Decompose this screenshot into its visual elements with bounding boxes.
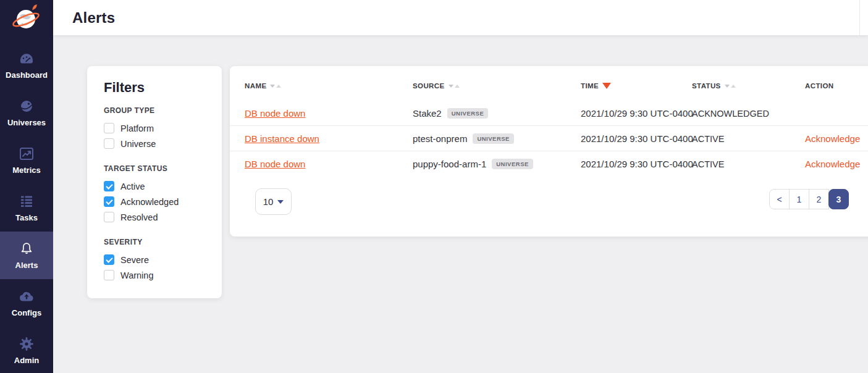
sidebar-item-configs[interactable]: Configs: [0, 279, 53, 327]
checkbox-label: Warning: [120, 270, 153, 280]
page-size-dropdown[interactable]: 10: [255, 188, 292, 215]
sort-icons[interactable]: [270, 85, 281, 88]
sidebar-item-alerts[interactable]: Alerts: [0, 232, 53, 279]
alert-status: ACKNOWLEDGED: [692, 101, 769, 126]
sidebar-item-metrics[interactable]: Metrics: [0, 136, 53, 184]
pagination-prev-button[interactable]: <: [769, 189, 790, 209]
checkbox-unchecked-icon[interactable]: [104, 212, 114, 222]
table-row: DB instance down ptest-onprem UNIVERSE 2…: [230, 126, 868, 151]
filters-title: Filters: [104, 80, 205, 96]
dashboard-gauge-icon: [19, 51, 34, 66]
sidebar: Dashboard Universes Metrics: [0, 0, 53, 373]
column-header-name[interactable]: NAME: [245, 82, 281, 90]
alert-status: ACTIVE: [692, 151, 724, 177]
table-row: DB node down puppy-food-arm-1 UNIVERSE 2…: [230, 151, 868, 177]
top-header: Alerts: [53, 0, 868, 35]
filters-panel: Filters GROUP TYPE Platform Universe TAR…: [87, 66, 222, 298]
sidebar-item-dashboard[interactable]: Dashboard: [0, 41, 53, 89]
source-name: Stake2: [413, 108, 442, 119]
column-header-status[interactable]: STATUS: [692, 82, 736, 90]
metrics-chart-icon: [19, 146, 34, 161]
filter-checkbox-platform[interactable]: Platform: [104, 120, 205, 136]
source-type-badge: UNIVERSE: [473, 133, 514, 144]
pagination-page-2-button[interactable]: 2: [809, 189, 829, 209]
alerts-table-panel: NAME SOURCE TIME STATUS ACTION DB node d…: [230, 66, 868, 237]
alert-time: 2021/10/29 9:30 UTC-0400: [581, 151, 693, 177]
checkbox-checked-icon[interactable]: [104, 196, 114, 207]
checkbox-checked-icon[interactable]: [104, 181, 114, 191]
column-header-time[interactable]: TIME: [581, 82, 611, 90]
column-label: ACTION: [805, 82, 833, 90]
column-header-action: ACTION: [805, 82, 833, 90]
filter-group-label-group-type: GROUP TYPE: [104, 106, 205, 115]
sort-icons[interactable]: [725, 85, 736, 88]
source-name: ptest-onprem: [413, 133, 467, 144]
yugabyte-logo[interactable]: [12, 2, 41, 32]
column-label: NAME: [245, 82, 266, 90]
source-type-badge: UNIVERSE: [447, 108, 489, 119]
sidebar-item-universes[interactable]: Universes: [0, 89, 53, 136]
acknowledge-link[interactable]: Acknowledge: [805, 159, 860, 169]
column-label: SOURCE: [413, 82, 445, 90]
checkbox-unchecked-icon[interactable]: [104, 138, 114, 149]
sidebar-item-label: Tasks: [15, 213, 38, 222]
filter-checkbox-resolved[interactable]: Resolved: [104, 209, 205, 225]
checkbox-label: Resolved: [120, 212, 158, 222]
filter-checkbox-warning[interactable]: Warning: [104, 267, 205, 283]
filter-checkbox-universe[interactable]: Universe: [104, 136, 205, 151]
sidebar-item-tasks[interactable]: Tasks: [0, 184, 53, 232]
checkbox-unchecked-icon[interactable]: [104, 270, 114, 280]
source-type-badge: UNIVERSE: [492, 159, 533, 169]
pagination: < 1 2 3: [769, 189, 849, 209]
checkbox-label: Active: [120, 182, 145, 191]
alerts-bell-icon: [19, 241, 34, 256]
configs-cloud-icon: [19, 289, 35, 304]
column-label: TIME: [581, 82, 599, 90]
alert-name-link[interactable]: DB node down: [245, 159, 305, 169]
checkbox-checked-icon[interactable]: [104, 254, 114, 265]
sort-icons[interactable]: [449, 85, 460, 88]
sidebar-item-label: Configs: [12, 308, 41, 317]
sidebar-item-label: Dashboard: [6, 70, 48, 80]
sidebar-nav: Dashboard Universes Metrics: [0, 41, 53, 373]
checkbox-label: Universe: [120, 139, 156, 149]
sidebar-item-label: Universes: [7, 118, 46, 127]
sidebar-item-admin[interactable]: Admin: [0, 327, 53, 373]
tasks-list-icon: [19, 194, 34, 209]
alert-status: ACTIVE: [692, 126, 724, 151]
source-name: puppy-food-arm-1: [413, 159, 486, 169]
checkbox-label: Severe: [120, 255, 149, 265]
sidebar-item-label: Admin: [14, 356, 39, 365]
checkbox-label: Platform: [120, 124, 154, 133]
table-row: DB node down Stake2 UNIVERSE 2021/10/29 …: [230, 101, 868, 126]
admin-gear-icon: [20, 337, 33, 351]
filter-group-label-severity: SEVERITY: [104, 238, 205, 246]
column-header-source[interactable]: SOURCE: [413, 82, 460, 90]
pagination-page-3-button[interactable]: 3: [828, 189, 849, 209]
filter-checkbox-severe[interactable]: Severe: [104, 252, 205, 267]
filter-checkbox-active[interactable]: Active: [104, 178, 205, 194]
chevron-down-icon: [277, 200, 284, 204]
alert-time: 2021/10/29 9:30 UTC-0400: [581, 101, 693, 126]
acknowledge-link[interactable]: Acknowledge: [805, 133, 860, 144]
table-header-row: NAME SOURCE TIME STATUS ACTION: [230, 82, 868, 92]
page-size-value: 10: [263, 196, 274, 207]
pagination-page-1-button[interactable]: 1: [789, 189, 809, 209]
sidebar-item-label: Alerts: [15, 261, 38, 270]
checkbox-unchecked-icon[interactable]: [104, 123, 114, 133]
header-divider: [859, 0, 860, 35]
alert-time: 2021/10/29 9:30 UTC-0400: [581, 126, 693, 151]
filter-checkbox-acknowledged[interactable]: Acknowledged: [104, 194, 205, 209]
sort-desc-active-icon[interactable]: [602, 83, 611, 89]
planet-rocket-logo-icon: [12, 2, 41, 32]
universe-globe-icon: [20, 99, 33, 114]
checkbox-label: Acknowledged: [120, 197, 179, 207]
sidebar-item-label: Metrics: [12, 166, 41, 175]
filter-group-label-target-status: TARGET STATUS: [104, 164, 205, 173]
alert-name-link[interactable]: DB instance down: [245, 133, 319, 144]
page-title: Alerts: [72, 9, 115, 27]
alert-name-link[interactable]: DB node down: [245, 108, 305, 119]
column-label: STATUS: [692, 82, 721, 90]
